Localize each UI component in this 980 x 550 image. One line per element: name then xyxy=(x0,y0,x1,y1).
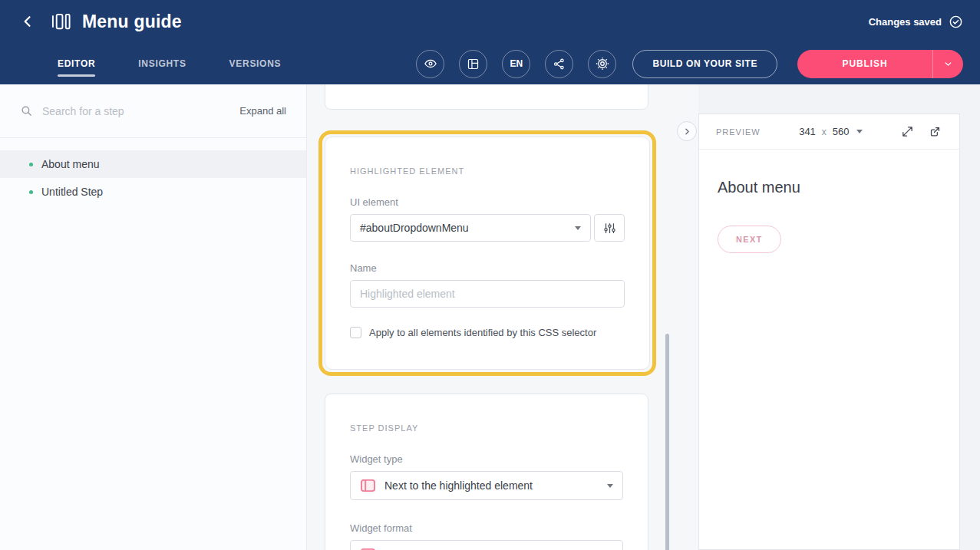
section-heading: STEP DISPLAY xyxy=(350,394,623,433)
preview-height-value: 560 xyxy=(833,126,850,137)
chevron-left-icon xyxy=(20,14,35,29)
panel-gutter xyxy=(675,84,698,550)
gear-icon xyxy=(596,57,609,71)
preview-size-select[interactable]: 341 x 560 xyxy=(799,126,862,137)
chevron-down-icon xyxy=(575,226,581,230)
steps-sidebar: Expand all About menu Untitled Step xyxy=(0,84,307,550)
element-name-input[interactable] xyxy=(350,280,625,308)
preview-region: PREVIEW 341 x 560 About menu xyxy=(698,84,980,550)
layout-icon xyxy=(467,58,480,71)
layout-button[interactable] xyxy=(459,50,487,78)
preview-panel: PREVIEW 341 x 560 About menu xyxy=(698,114,960,550)
publish-split-button: PUBLISH xyxy=(797,50,963,78)
collapse-preview-button[interactable] xyxy=(677,121,697,141)
section-heading: HIGHLIGHTED ELEMENT xyxy=(350,137,625,176)
publish-button[interactable]: PUBLISH xyxy=(797,50,932,78)
page-title: Menu guide xyxy=(82,12,182,32)
widget-type-label: Widget type xyxy=(350,453,623,465)
apply-all-label: Apply to all elements identified by this… xyxy=(369,327,596,338)
fullscreen-button[interactable] xyxy=(901,125,915,139)
step-dot-icon xyxy=(29,190,33,194)
step-settings-panel: HIGHLIGHTED ELEMENT UI element #aboutDro… xyxy=(307,84,675,550)
highlighted-element-card: HIGHLIGHTED ELEMENT UI element #aboutDro… xyxy=(325,137,650,370)
app-window: Menu guide Changes saved EDITOR INSIGHTS… xyxy=(0,0,980,550)
widget-type-select[interactable]: Next to the highlighted element xyxy=(350,471,623,500)
sidebar-item-about-menu[interactable]: About menu xyxy=(0,150,306,178)
sidebar-item-untitled-step[interactable]: Untitled Step xyxy=(0,178,306,206)
apply-all-checkbox[interactable] xyxy=(350,327,361,338)
tab-editor[interactable]: EDITOR xyxy=(58,43,95,84)
search-icon xyxy=(20,104,33,117)
open-external-button[interactable] xyxy=(929,125,942,139)
previous-settings-card xyxy=(325,84,648,110)
publish-options-button[interactable] xyxy=(933,50,963,78)
check-circle-icon xyxy=(949,15,963,29)
header-tool-buttons: EN xyxy=(416,50,616,78)
search-input[interactable] xyxy=(42,105,239,117)
preview-title: PREVIEW xyxy=(716,127,761,137)
ui-element-label: UI element xyxy=(350,196,625,208)
step-label: Untitled Step xyxy=(41,186,103,198)
preview-next-button[interactable]: NEXT xyxy=(718,226,781,253)
size-separator: x xyxy=(822,127,827,137)
preview-width-value: 341 xyxy=(799,126,816,137)
vertical-scrollbar[interactable] xyxy=(665,334,669,550)
app-logo-icon xyxy=(51,12,71,31)
highlight-ring: HIGHLIGHTED ELEMENT UI element #aboutDro… xyxy=(318,130,656,376)
tab-insights[interactable]: INSIGHTS xyxy=(138,43,186,84)
widget-type-value: Next to the highlighted element xyxy=(384,479,533,492)
back-button[interactable] xyxy=(18,12,37,31)
share-icon xyxy=(553,58,566,71)
expand-all-link[interactable]: Expand all xyxy=(239,105,286,117)
chevron-down-icon xyxy=(943,59,953,69)
ui-element-row: #aboutDropdownMenu xyxy=(350,214,625,242)
language-button[interactable]: EN xyxy=(502,50,530,78)
tab-versions[interactable]: VERSIONS xyxy=(229,43,282,84)
widget-format-select[interactable] xyxy=(350,540,623,550)
preview-header: PREVIEW 341 x 560 xyxy=(699,114,959,150)
step-dot-icon xyxy=(29,163,33,166)
share-button[interactable] xyxy=(545,50,573,78)
widget-tooltip-icon xyxy=(360,479,376,492)
changes-saved-label: Changes saved xyxy=(869,16,942,28)
ui-element-select[interactable]: #aboutDropdownMenu xyxy=(350,214,591,242)
steps-list: About menu Untitled Step xyxy=(0,138,306,206)
chevron-right-icon xyxy=(682,127,692,137)
apply-all-row: Apply to all elements identified by this… xyxy=(350,327,625,338)
header-top-row: Menu guide Changes saved xyxy=(0,0,980,43)
preview-step-heading: About menu xyxy=(718,179,941,196)
changes-saved-status: Changes saved xyxy=(869,15,963,29)
preview-eye-button[interactable] xyxy=(416,50,444,78)
preview-content: About menu NEXT xyxy=(699,150,959,253)
ui-element-value: #aboutDropdownMenu xyxy=(360,222,469,234)
widget-format-label: Widget format xyxy=(350,522,623,534)
header-nav-row: EDITOR INSIGHTS VERSIONS EN xyxy=(0,43,980,84)
name-label: Name xyxy=(350,262,625,274)
step-display-card: STEP DISPLAY Widget type Next to the hig… xyxy=(325,394,648,550)
step-search-bar: Expand all xyxy=(0,84,306,138)
element-adjust-button[interactable] xyxy=(594,214,625,242)
editor-tabs: EDITOR INSIGHTS VERSIONS xyxy=(58,43,281,84)
chevron-down-icon xyxy=(607,484,613,488)
app-header: Menu guide Changes saved EDITOR INSIGHTS… xyxy=(0,0,980,84)
body-layout: Expand all About menu Untitled Step HIGH… xyxy=(0,84,980,550)
sliders-icon xyxy=(603,222,616,235)
chevron-down-icon xyxy=(856,130,863,133)
language-label: EN xyxy=(510,58,523,69)
eye-icon xyxy=(424,57,437,71)
step-label: About menu xyxy=(41,158,100,170)
build-on-your-site-button[interactable]: BUILD ON YOUR SITE xyxy=(632,50,777,78)
settings-button[interactable] xyxy=(588,50,616,78)
